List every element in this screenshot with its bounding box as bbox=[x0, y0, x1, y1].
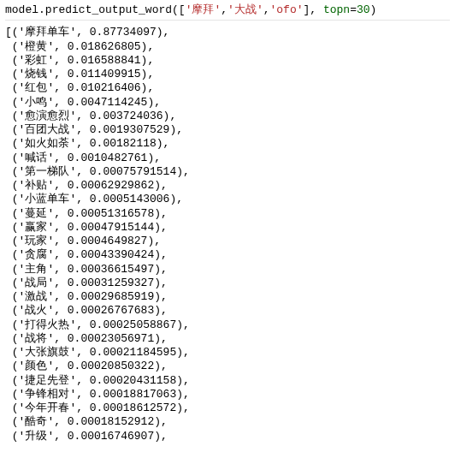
output-row: ('酷奇', 0.00018152912), bbox=[5, 415, 450, 429]
output-block: [('摩拜单车', 0.87734097), ('橙黄', 0.01862680… bbox=[5, 26, 450, 443]
code-input-line: model.predict_output_word(['摩拜','大战','of… bbox=[5, 3, 450, 21]
output-row: ('升级', 0.00016746907), bbox=[5, 430, 450, 443]
space bbox=[316, 3, 323, 16]
output-row: ('烧钱', 0.011409915), bbox=[5, 68, 450, 81]
arg-str-0: '摩拜' bbox=[186, 3, 222, 16]
output-row: [('摩拜单车', 0.87734097), bbox=[5, 26, 450, 39]
output-row: ('颜色', 0.00020850322), bbox=[5, 360, 450, 373]
output-row: ('第一梯队', 0.00075791514), bbox=[5, 165, 450, 179]
obj-name: model bbox=[5, 3, 38, 16]
kw-name: topn bbox=[323, 3, 350, 16]
output-row: ('玩家', 0.0004649827), bbox=[5, 235, 450, 248]
output-row: ('赢家', 0.00047915144), bbox=[5, 221, 450, 235]
output-row: ('今年开春', 0.00018612572), bbox=[5, 402, 450, 415]
output-row: ('捷足先登', 0.00020431158), bbox=[5, 374, 450, 388]
method-name: predict_output_word bbox=[45, 3, 172, 16]
args-close: ], bbox=[304, 3, 317, 16]
output-row: ('小鸣', 0.0047114245), bbox=[5, 96, 450, 110]
output-row: ('橙黄', 0.018626805), bbox=[5, 40, 450, 54]
arg-str-2: 'ofo' bbox=[270, 3, 304, 16]
output-row: ('争锋相对', 0.00018817063), bbox=[5, 388, 450, 402]
output-row: ('彩虹', 0.016588841), bbox=[5, 54, 450, 68]
output-row: ('战火', 0.00026767683), bbox=[5, 304, 450, 318]
output-row: ('喊话', 0.0010482761), bbox=[5, 152, 450, 165]
output-row: ('激战', 0.00029685919), bbox=[5, 290, 450, 304]
output-row: ('如火如荼', 0.00182118), bbox=[5, 137, 450, 151]
output-row: ('战将', 0.00023056971), bbox=[5, 332, 450, 346]
output-row: ('蔓延', 0.00051316578), bbox=[5, 207, 450, 221]
output-row: ('愈演愈烈', 0.003724036), bbox=[5, 110, 450, 123]
output-row: ('小蓝单车', 0.0005143006), bbox=[5, 193, 450, 206]
output-row: ('大张旗鼓', 0.00021184595), bbox=[5, 346, 450, 360]
comma-0: , bbox=[221, 3, 228, 16]
output-row: ('补贴', 0.00062929862), bbox=[5, 179, 450, 193]
comma-1: , bbox=[263, 3, 270, 16]
kw-eq: = bbox=[350, 3, 357, 16]
output-row: ('贪腐', 0.00043390424), bbox=[5, 248, 450, 262]
dot: . bbox=[38, 3, 45, 16]
paren-open: ([ bbox=[172, 3, 186, 16]
output-row: ('主角', 0.00036615497), bbox=[5, 263, 450, 277]
paren-end: ) bbox=[370, 3, 377, 16]
output-row: ('打得火热', 0.00025058867), bbox=[5, 318, 450, 332]
output-row: ('战局', 0.00031259327), bbox=[5, 277, 450, 290]
output-row: ('百团大战', 0.0019307529), bbox=[5, 123, 450, 137]
output-row: ('红包', 0.010216406), bbox=[5, 81, 450, 95]
arg-str-1: '大战' bbox=[228, 3, 263, 16]
kw-val: 30 bbox=[357, 3, 370, 16]
